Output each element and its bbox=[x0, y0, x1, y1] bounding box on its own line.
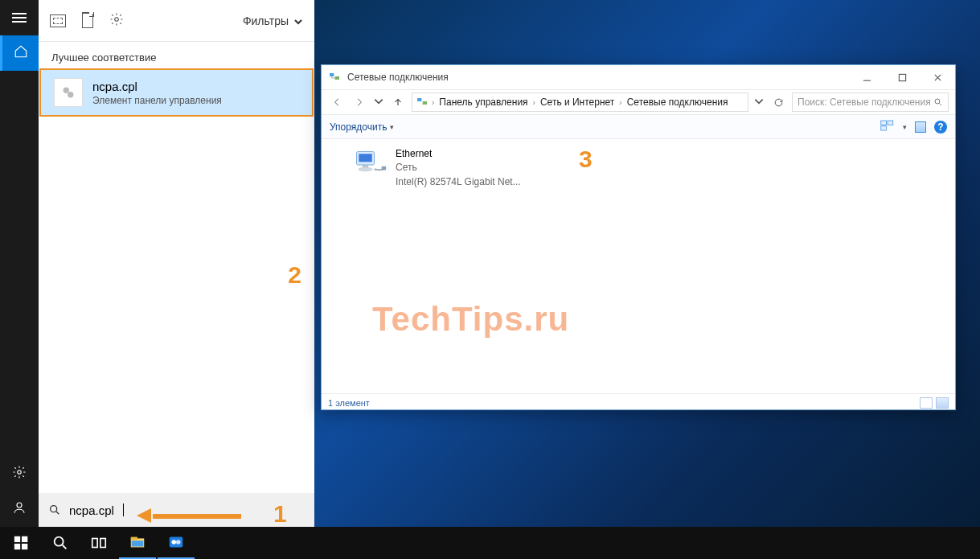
svg-rect-29 bbox=[132, 541, 144, 546]
svg-point-31 bbox=[172, 540, 177, 545]
svg-rect-21 bbox=[22, 536, 27, 542]
dropdown-caret-icon[interactable]: ▾ bbox=[903, 123, 907, 131]
result-subtitle: Элемент панели управления bbox=[92, 95, 222, 106]
taskbar[interactable] bbox=[0, 527, 980, 559]
svg-rect-14 bbox=[881, 126, 887, 130]
refresh-button[interactable] bbox=[769, 93, 787, 111]
sidebar-user-button[interactable] bbox=[0, 491, 39, 527]
result-title: ncpa.cpl bbox=[92, 80, 222, 93]
explorer-body[interactable]: Ethernet Сеть Intel(R) 82574L Gigabit Ne… bbox=[322, 139, 955, 393]
taskbar-control-panel-button[interactable] bbox=[158, 527, 195, 559]
svg-point-11 bbox=[935, 99, 940, 104]
chevron-down-icon bbox=[293, 16, 303, 26]
start-button[interactable] bbox=[3, 527, 40, 559]
view-tiles-button[interactable] bbox=[936, 397, 949, 409]
filters-label: Фильтры bbox=[243, 14, 289, 27]
nav-back-button[interactable] bbox=[328, 93, 346, 111]
help-button[interactable]: ? bbox=[934, 121, 947, 134]
nav-forward-button[interactable] bbox=[351, 93, 368, 111]
apps-tab-icon[interactable] bbox=[50, 14, 66, 27]
svg-rect-26 bbox=[100, 539, 105, 548]
home-icon bbox=[14, 44, 28, 62]
view-details-button[interactable] bbox=[920, 397, 933, 409]
task-view-icon bbox=[90, 534, 108, 552]
breadcrumb-3[interactable]: Сетевые подключения bbox=[625, 97, 730, 108]
breadcrumb-1[interactable]: Панель управления bbox=[437, 97, 529, 108]
taskbar-explorer-button[interactable] bbox=[119, 527, 156, 559]
annotation-2: 2 bbox=[288, 261, 301, 289]
svg-rect-28 bbox=[131, 537, 137, 541]
home-button[interactable] bbox=[0, 35, 39, 71]
address-dropdown[interactable] bbox=[753, 96, 765, 109]
svg-point-32 bbox=[176, 540, 181, 545]
minimize-button[interactable] bbox=[849, 65, 884, 89]
svg-point-18 bbox=[358, 167, 372, 172]
search-icon bbox=[48, 504, 61, 516]
breadcrumb-2[interactable]: Сеть и Интернет bbox=[539, 97, 616, 108]
organize-menu[interactable]: Упорядочить ▾ bbox=[330, 121, 394, 133]
search-query-text: ncpa.cpl bbox=[69, 504, 114, 517]
svg-rect-10 bbox=[423, 101, 427, 105]
explorer-statusbar: 1 элемент bbox=[322, 393, 955, 411]
svg-rect-23 bbox=[22, 544, 27, 549]
desktop: Фильтры Лучшее соответствие ncpa.cpl Эле… bbox=[0, 0, 980, 559]
adapter-device: Intel(R) 82574L Gigabit Net... bbox=[396, 175, 521, 189]
window-title: Сетевые подключения bbox=[347, 72, 449, 83]
svg-point-24 bbox=[55, 537, 64, 546]
hamburger-button[interactable] bbox=[0, 0, 39, 35]
view-options-button[interactable] bbox=[880, 120, 895, 134]
svg-rect-8 bbox=[899, 74, 905, 80]
adapter-status: Сеть bbox=[396, 161, 521, 175]
annotation-3: 3 bbox=[579, 146, 593, 173]
svg-point-1 bbox=[17, 503, 22, 508]
svg-rect-22 bbox=[14, 544, 20, 549]
svg-rect-6 bbox=[330, 73, 334, 76]
network-connections-icon bbox=[328, 70, 341, 85]
control-panel-icon bbox=[167, 533, 185, 551]
svg-rect-20 bbox=[14, 536, 20, 542]
svg-point-5 bbox=[51, 506, 57, 512]
settings-tab-icon[interactable] bbox=[109, 12, 124, 30]
close-button[interactable] bbox=[920, 65, 955, 89]
cpl-file-icon bbox=[54, 78, 83, 107]
explorer-navbar: › Панель управления › Сеть и Интернет › … bbox=[322, 89, 955, 115]
explorer-search-placeholder: Поиск: Сетевые подключения bbox=[798, 97, 931, 108]
search-panel-tabs: Фильтры bbox=[39, 0, 314, 42]
svg-rect-16 bbox=[359, 154, 372, 162]
task-view-button[interactable] bbox=[80, 527, 117, 559]
gear-icon bbox=[12, 465, 27, 483]
hamburger-icon bbox=[12, 13, 27, 23]
taskbar-search-button[interactable] bbox=[42, 527, 79, 559]
start-sidebar bbox=[0, 0, 39, 527]
preview-pane-button[interactable] bbox=[915, 121, 926, 133]
svg-rect-12 bbox=[881, 121, 887, 125]
search-icon bbox=[933, 97, 943, 107]
file-explorer-icon bbox=[129, 533, 146, 551]
svg-rect-13 bbox=[888, 121, 893, 125]
network-adapter-item[interactable]: Ethernet Сеть Intel(R) 82574L Gigabit Ne… bbox=[352, 147, 521, 189]
windows-logo-icon bbox=[13, 534, 31, 552]
window-titlebar[interactable]: Сетевые подключения bbox=[322, 65, 955, 89]
svg-rect-19 bbox=[382, 166, 387, 171]
documents-tab-icon[interactable] bbox=[82, 14, 93, 28]
organize-label: Упорядочить bbox=[330, 121, 387, 133]
watermark-text: TechTips.ru bbox=[372, 300, 569, 339]
filters-dropdown[interactable]: Фильтры bbox=[243, 14, 303, 27]
ethernet-adapter-icon bbox=[352, 147, 387, 186]
search-panel: Фильтры Лучшее соответствие ncpa.cpl Эле… bbox=[39, 0, 314, 527]
explorer-search-input[interactable]: Поиск: Сетевые подключения bbox=[792, 92, 949, 112]
svg-rect-25 bbox=[92, 539, 97, 548]
best-match-header: Лучшее соответствие bbox=[39, 42, 314, 68]
svg-point-3 bbox=[64, 88, 69, 93]
explorer-window: Сетевые подключения › Панель управления … bbox=[321, 64, 956, 410]
address-breadcrumb[interactable]: › Панель управления › Сеть и Интернет › … bbox=[412, 92, 748, 112]
maximize-button[interactable] bbox=[884, 65, 920, 89]
nav-up-button[interactable] bbox=[389, 93, 407, 111]
sidebar-settings-button[interactable] bbox=[0, 456, 39, 491]
search-result-item[interactable]: ncpa.cpl Элемент панели управления bbox=[39, 68, 314, 117]
adapter-name: Ethernet bbox=[396, 147, 521, 161]
dropdown-caret-icon: ▾ bbox=[390, 123, 394, 131]
breadcrumb-icon bbox=[416, 95, 428, 110]
nav-history-dropdown[interactable] bbox=[373, 96, 384, 109]
user-icon bbox=[12, 500, 27, 518]
